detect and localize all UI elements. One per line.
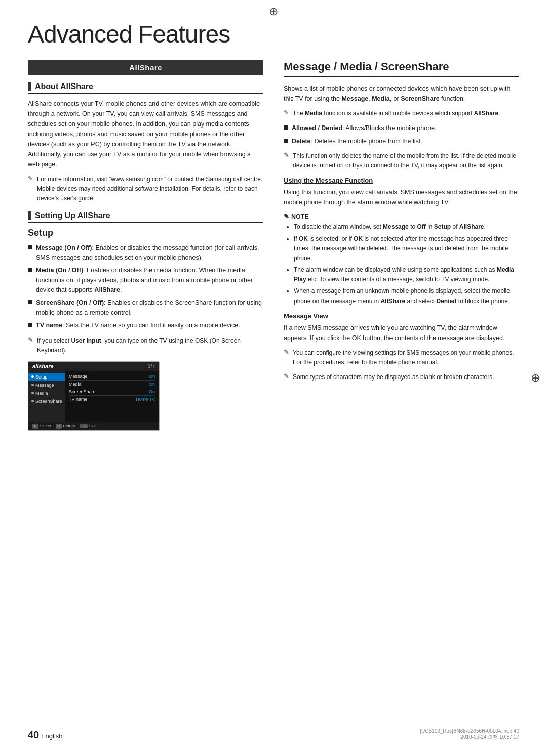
- page-footer: 40 English [UC5100_Rus]BN68-02656H-00L04…: [28, 724, 519, 741]
- sms-note-text: You can configure the viewing settings f…: [293, 349, 514, 366]
- user-input-note: If you select User Input, you can type o…: [28, 336, 263, 355]
- bullet-text: Message (On / Off): Enables or disables …: [36, 243, 263, 263]
- sidebar-dot-icon: [31, 375, 34, 378]
- media-note-text: The Media function is available in all m…: [293, 110, 500, 117]
- tv-row-message: Message On: [69, 373, 155, 381]
- tv-row-screenshare: ScreenShare On: [69, 388, 155, 396]
- sidebar-dot-icon: [31, 392, 34, 394]
- tv-row-value: On: [149, 374, 155, 379]
- using-message-heading: Using the Message Function: [284, 177, 519, 184]
- delete-note-block: This function only deletes the name of t…: [284, 151, 519, 171]
- bullet-text: Delete: Deletes the mobile phone from th…: [292, 137, 422, 146]
- list-item: ScreenShare (On / Off): Enables or disab…: [28, 298, 263, 318]
- bullet-text: ScreenShare (On / Off): Enables or disab…: [36, 298, 263, 318]
- bullet-icon: [28, 268, 32, 272]
- tv-sidebar-item-setup: Setup: [28, 373, 65, 381]
- key-icon: ↵: [32, 424, 38, 429]
- tv-row-value: On: [149, 382, 155, 387]
- broken-chars-note-block: Some types of characters may be displaye…: [284, 372, 519, 382]
- broken-chars-note-text: Some types of characters may be displaye…: [293, 373, 494, 381]
- page-title: Advanced Features: [28, 20, 519, 48]
- tv-footer-select: ↵ Select: [32, 424, 51, 429]
- user-input-note-text: If you select User Input, you can type o…: [37, 337, 241, 354]
- message-view-body: If a new SMS message arrives while you a…: [284, 323, 519, 343]
- compass-right-icon: ⊕: [531, 371, 540, 385]
- media-note-block: The Media function is available in all m…: [284, 109, 519, 118]
- bullet-icon: [28, 300, 32, 304]
- about-allshare-heading: About AllShare: [28, 82, 263, 94]
- footer-label: Select: [40, 424, 51, 428]
- footer-page-number-block: 40 English: [28, 729, 63, 741]
- using-message-body: Using this function, you view call arriv…: [284, 187, 519, 207]
- right-section-title: Message / Media / ScreenShare: [284, 60, 519, 77]
- sidebar-item-label: Setup: [35, 374, 48, 380]
- sidebar-item-label: Media: [35, 391, 48, 396]
- list-item: When a message from an unknown mobile ph…: [294, 286, 519, 306]
- bullet-icon: [284, 125, 288, 130]
- tv-row-label: TV name: [69, 397, 88, 402]
- note-section: NOTE To disable the alarm window, set Me…: [284, 213, 519, 306]
- bullet-icon: [28, 245, 32, 249]
- list-item: Allowed / Denied: Allows/Blocks the mobi…: [284, 123, 519, 133]
- footer-page-number: 40: [28, 729, 39, 740]
- tv-sidebar-item-screenshare: ScreenShare: [28, 397, 65, 405]
- tv-row-label: ScreenShare: [69, 389, 96, 394]
- footer-language: English: [41, 732, 63, 740]
- tv-sidebar-item-media: Media: [28, 389, 65, 397]
- list-item: Media (On / Off): Enables or disables th…: [28, 266, 263, 295]
- sms-note-block: You can configure the viewing settings f…: [284, 348, 519, 367]
- intro-text: Shows a list of mobile phones or connect…: [284, 83, 519, 104]
- setting-bar: [28, 211, 31, 220]
- tv-body: Setup Message Media ScreenShare: [28, 371, 159, 422]
- tv-sidebar: Setup Message Media ScreenShare: [28, 371, 65, 422]
- list-item: To disable the alarm window, set Message…: [294, 222, 519, 232]
- footer-filename: [UC5100_Rus]BN68-02656H-00L04.indb 40: [420, 728, 519, 734]
- tv-row-label: Message: [69, 374, 88, 379]
- list-item: If OK is selected, or if OK is not selec…: [294, 234, 519, 264]
- tv-row-media: Media On: [69, 381, 155, 388]
- tv-footer-return: ↩ Return: [56, 424, 75, 429]
- tv-footer-exit: →| Exit: [80, 424, 95, 428]
- tv-row-value: Home TV: [136, 397, 155, 402]
- footer-label: Return: [63, 424, 75, 428]
- about-note-block: For more information, visit "www.samsung…: [28, 175, 263, 204]
- tv-brand-label: allshare: [32, 363, 54, 369]
- bullet-text: TV name: Sets the TV name so you can fin…: [36, 321, 240, 330]
- footer-file-info: [UC5100_Rus]BN68-02656H-00L04.indb 40 20…: [420, 728, 519, 741]
- about-note-text: For more information, visit "www.samsung…: [37, 176, 262, 202]
- tv-content-area: Message On Media On ScreenShare On TV: [65, 371, 159, 422]
- tv-row-tvname: TV name Home TV: [69, 396, 155, 403]
- bullet-text: Allowed / Denied: Allows/Blocks the mobi…: [292, 123, 437, 133]
- bullet-icon: [284, 139, 288, 143]
- setting-up-heading: Setting Up AllShare: [28, 211, 263, 223]
- sidebar-item-label: ScreenShare: [35, 399, 62, 404]
- left-column: AllShare About AllShare AllShare connect…: [28, 60, 263, 435]
- setup-bullet-list: Message (On / Off): Enables or disables …: [28, 243, 263, 331]
- delete-note-text: This function only deletes the name of t…: [293, 152, 516, 169]
- list-item: Delete: Deletes the mobile phone from th…: [284, 137, 519, 146]
- footer-label: Exit: [89, 424, 95, 428]
- key-icon: →|: [80, 424, 88, 428]
- setting-up-heading-text: Setting Up AllShare: [35, 211, 110, 220]
- tv-footer: ↵ Select ↩ Return →| Exit: [28, 422, 159, 430]
- tv-title-bar: allshare 3/7: [28, 362, 159, 371]
- bullet-icon: [28, 323, 32, 327]
- tv-row-label: Media: [69, 382, 82, 387]
- compass-top-icon: ⊕: [269, 5, 278, 18]
- about-heading-text: About AllShare: [35, 82, 93, 91]
- list-item: TV name: Sets the TV name so you can fin…: [28, 321, 263, 330]
- bullet-text: Media (On / Off): Enables or disables th…: [36, 266, 263, 295]
- sidebar-dot-icon: [31, 400, 34, 402]
- setup-subheading: Setup: [28, 228, 263, 238]
- list-item: The alarm window can be displayed while …: [294, 265, 519, 284]
- heading-bar: [28, 82, 31, 91]
- sidebar-dot-icon: [31, 384, 34, 386]
- tv-row-value: On: [149, 389, 155, 394]
- allshare-banner: AllShare: [28, 60, 263, 75]
- key-icon: ↩: [56, 424, 62, 429]
- note-label: NOTE: [284, 213, 519, 220]
- right-column: Message / Media / ScreenShare Shows a li…: [284, 60, 519, 435]
- footer-timestamp: 2010-03-24 오전 10:37 17: [420, 734, 519, 741]
- message-view-heading: Message View: [284, 312, 519, 320]
- tv-screenshot: allshare 3/7 Setup Message: [28, 361, 160, 431]
